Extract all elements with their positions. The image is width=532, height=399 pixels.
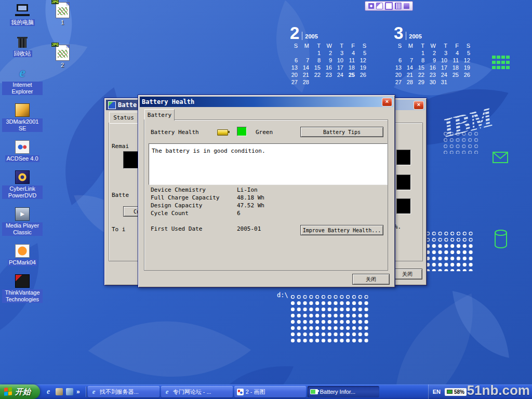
thumbnail-scribble <box>58 7 68 15</box>
calendar-day: 22 <box>312 72 323 78</box>
close-dialog-button[interactable]: 关闭 <box>352 274 390 285</box>
taskbar-task-ie[interactable]: e专门网论坛 - ... <box>161 386 233 397</box>
desktop-icon-mycomputer[interactable]: 我的电脑 <box>2 3 43 26</box>
calendar-divider <box>302 32 302 40</box>
health-status-swatch <box>237 127 247 136</box>
start-button[interactable]: 开始 <box>0 384 40 399</box>
calendar-day: 10 <box>438 57 450 64</box>
file-icon-1[interactable]: JPG1 <box>51 2 74 26</box>
calendar-day: 2 <box>427 50 438 57</box>
close-icon[interactable]: × <box>414 101 424 110</box>
desktop-icon-recycle[interactable]: 回收站 <box>2 34 43 57</box>
gauge-cell <box>396 150 411 165</box>
calendar-day: 27 <box>289 79 300 86</box>
field-value: 6 <box>237 210 241 218</box>
calendar-year: 2005 <box>305 33 317 39</box>
desktop-icon-acdsee[interactable]: ACDSee 4.0 <box>2 140 43 162</box>
field-row: Cycle Count6 <box>151 210 382 218</box>
file-icon-2[interactable]: JPG2 <box>51 45 74 69</box>
cylinder-icon <box>494 229 508 251</box>
wallpaper-calendar-march: 3 2005 SMTWTFS12345678910111213141516171… <box>393 26 481 86</box>
calendar-day: 7 <box>404 57 416 64</box>
desktop-icon-label: 回收站 <box>13 50 32 57</box>
power-icon[interactable] <box>404 3 409 9</box>
improve-battery-health-button[interactable]: Improve Battery Health... <box>300 225 383 235</box>
ie-quicklaunch-icon[interactable]: e <box>44 388 52 396</box>
condition-textbox[interactable]: The battery is in good condition. <box>149 143 388 185</box>
calendar-day <box>450 79 461 86</box>
powerdvd-icon <box>15 170 30 184</box>
desktop-icon-mark3d[interactable]: 3DMark2001 SE <box>2 103 43 132</box>
calendar-day: 27 <box>393 79 404 86</box>
file-icon-column: JPG1JPG2 <box>51 2 74 87</box>
jpg-badge: JPG <box>51 43 59 47</box>
calendar-day-header: T <box>416 43 427 49</box>
taskbar-task-ie[interactable]: e找不到服务器... <box>88 386 159 397</box>
desktop-icon-mpc[interactable]: ▶Media Player Classic <box>2 207 43 236</box>
desktop-icon-thinkvantage[interactable]: ThinkVantage Technologies <box>2 274 43 303</box>
overflow-quicklaunch-icon[interactable]: » <box>76 388 80 395</box>
volume-icon[interactable] <box>368 3 374 9</box>
calendar-day: 16 <box>323 64 335 71</box>
calendar-day <box>300 50 312 57</box>
calendar-day-header: F <box>450 43 461 49</box>
battery-app-icon <box>108 101 116 109</box>
file-icon-label: 1 <box>60 19 65 26</box>
tab-status[interactable]: Status <box>109 112 138 123</box>
battery-percent: 58% <box>454 389 464 395</box>
calendar-day: 1 <box>416 50 427 57</box>
calendar-day: 9 <box>427 57 438 64</box>
battery-tray-icon <box>447 390 453 394</box>
battery-meter[interactable]: 58% <box>445 388 467 396</box>
desktop-icon-label: 我的电脑 <box>10 19 35 26</box>
field-value: 47.52 Wh <box>237 202 264 210</box>
close-icon[interactable]: × <box>382 98 392 107</box>
tab-battery[interactable]: Battery <box>144 109 175 121</box>
battery-icon <box>310 389 318 394</box>
taskbar-task-battery[interactable]: Battery Infor... <box>308 386 379 397</box>
brightness-icon[interactable] <box>376 3 383 9</box>
calendar-day: 24 <box>335 72 346 78</box>
calendar-day <box>404 50 416 57</box>
battery-health-titlebar[interactable]: Battery Health × <box>140 97 393 107</box>
battery-tips-button[interactable]: Battery Tips <box>300 127 383 137</box>
desktop-icon-pcmark[interactable]: PCMark04 <box>2 244 43 266</box>
calendar-day <box>346 79 357 86</box>
condition-text: The battery is in good condition. <box>152 148 265 154</box>
app2-quicklaunch-icon[interactable] <box>66 388 73 395</box>
desktop-icon-label: Media Player Classic <box>2 222 43 236</box>
calendar-day-header: F <box>346 43 357 49</box>
jpg-file-icon: JPG <box>56 45 70 61</box>
calendar-day: 3 <box>335 50 346 57</box>
calendar-day: 7 <box>300 57 312 64</box>
calendar-day: 14 <box>404 64 416 71</box>
calendar-day: 25 <box>346 72 357 78</box>
background-window-title: Batte <box>118 101 137 109</box>
calendar-day: 12 <box>357 57 369 64</box>
calendar-day: 23 <box>427 72 438 78</box>
calendar-day: 21 <box>300 72 312 78</box>
calendar-day: 22 <box>416 72 427 78</box>
desktop-icon-ie[interactable]: eInternet Explorer <box>2 65 43 95</box>
close-dialog-button[interactable]: 关闭 <box>392 269 422 280</box>
pcmark-icon <box>15 244 30 258</box>
jpg-file-icon: JPG <box>56 2 70 18</box>
app1-quicklaunch-icon[interactable] <box>56 388 63 395</box>
calendar-day: 6 <box>393 57 404 64</box>
calendar-day-header: W <box>427 43 438 49</box>
desktop-icon-powerdvd[interactable]: CyberLink PowerDVD <box>2 170 43 199</box>
calendar-day <box>289 50 300 57</box>
taskbar-task-paint[interactable]: 2 - 画图 <box>234 386 306 397</box>
battery-icon <box>217 129 228 136</box>
taskbar-divider <box>86 387 86 397</box>
file-icon-label: 2 <box>60 62 65 69</box>
field-label: Device Chemistry <box>151 187 237 194</box>
calendar-month-number: 2 <box>290 26 299 41</box>
keyboard-icon[interactable] <box>395 3 402 9</box>
display-icon[interactable] <box>385 2 393 10</box>
battery-health-window: Battery Health × Battery Battery Health … <box>138 95 395 288</box>
calendar-day: 11 <box>450 57 461 64</box>
calendar-day: 5 <box>461 50 473 57</box>
language-indicator[interactable]: EN <box>433 389 441 395</box>
mycomputer-icon <box>14 3 31 18</box>
